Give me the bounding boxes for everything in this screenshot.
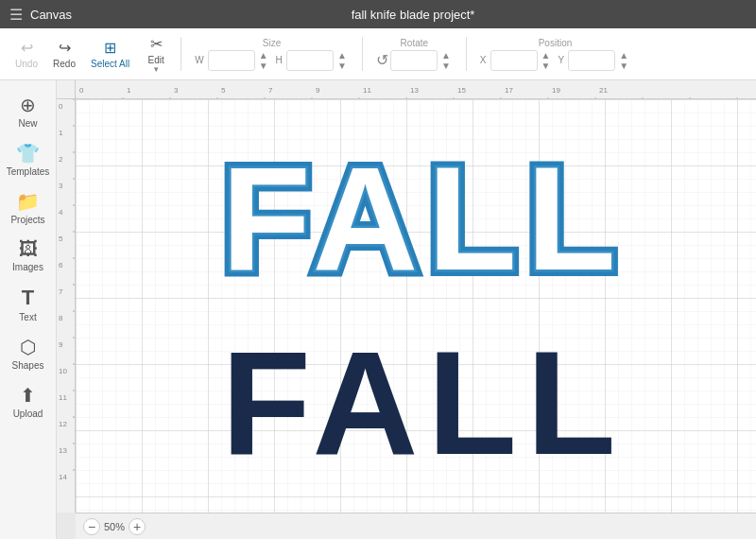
toolbar: ↩ Undo ↪ Redo ⊞ Select All ✂ Edit ▼ Size… [0,28,756,80]
rotate-icon: ↺ [376,51,388,69]
y-label: Y [558,55,565,65]
sidebar: ⊕ New 👕 Templates 📁 Projects 🖼 Images T … [0,80,57,539]
images-icon: 🖼 [19,238,38,260]
zoom-level: 50% [104,521,125,532]
projects-icon: 📁 [16,190,40,213]
canvas-area[interactable]: 0 1 3 5 7 9 11 13 15 17 19 21 [57,80,756,539]
shapes-icon: ⬡ [20,336,36,358]
select-all-icon: ⊞ [104,39,116,57]
svg-text:10: 10 [59,367,67,375]
rotate-group: Rotate ↺ ▲▼ [370,38,458,71]
svg-text:13: 13 [410,86,419,95]
svg-text:FALL: FALL [221,137,625,288]
fall-solid-svg: FALL [102,307,745,473]
svg-text:12: 12 [59,420,67,428]
height-input[interactable] [286,50,334,71]
zoom-bar: − 50% + [76,513,756,539]
redo-icon: ↪ [59,39,71,57]
svg-text:5: 5 [59,235,63,243]
canvas-label: Canvas [30,8,72,22]
fall-bottom-text[interactable]: FALL [85,303,756,478]
sidebar-item-templates[interactable]: 👕 Templates [4,136,53,183]
x-input[interactable] [490,50,538,71]
rotate-input[interactable] [390,50,438,71]
width-spinner[interactable]: ▲▼ [257,50,270,71]
sidebar-item-new[interactable]: ⊕ New [4,88,53,134]
svg-text:11: 11 [59,393,67,402]
height-spinner[interactable]: ▲▼ [335,50,349,71]
topbar: ☰ Canvas fall knife blade project* [0,0,756,28]
ruler-corner [57,80,76,99]
y-input[interactable] [568,50,615,71]
svg-text:0: 0 [79,86,84,95]
width-input[interactable] [208,50,255,71]
y-spinner[interactable]: ▲▼ [617,50,630,71]
workspace[interactable]: FALL FALL FALL [76,99,756,513]
hamburger-icon[interactable]: ☰ [9,6,23,24]
ruler-top: 0 1 3 5 7 9 11 13 15 17 19 21 [76,80,756,99]
fall-outlined-svg: FALL FALL [102,123,745,288]
edit-icon: ✂ [150,35,163,53]
size-group: Size W ▲▼ H ▲▼ [189,38,354,71]
ruler-left: 0 1 2 3 4 5 6 7 8 9 10 11 12 13 14 [57,99,76,513]
svg-text:7: 7 [59,287,63,296]
project-title: fall knife blade project* [79,8,747,22]
sidebar-item-text[interactable]: T Text [4,280,53,328]
svg-text:14: 14 [59,473,67,481]
zoom-in-button[interactable]: + [129,518,146,535]
divider-3 [466,37,467,71]
svg-text:17: 17 [505,86,513,95]
svg-text:3: 3 [59,182,63,190]
svg-text:3: 3 [174,86,179,95]
svg-text:8: 8 [59,314,63,322]
text-icon: T [22,286,34,310]
svg-text:1: 1 [59,129,63,137]
main-area: ⊕ New 👕 Templates 📁 Projects 🖼 Images T … [0,80,756,539]
svg-text:FALL: FALL [221,322,625,473]
undo-icon: ↩ [21,39,33,57]
divider-2 [362,37,363,71]
x-spinner[interactable]: ▲▼ [540,50,553,71]
svg-text:21: 21 [599,86,608,95]
svg-text:15: 15 [457,86,466,95]
h-label: H [276,55,283,65]
sidebar-item-images[interactable]: 🖼 Images [4,233,53,278]
position-group: Position X ▲▼ Y ▲▼ [474,38,636,71]
svg-text:4: 4 [59,208,63,217]
svg-text:0: 0 [59,102,63,111]
sidebar-item-projects[interactable]: 📁 Projects [4,184,53,231]
svg-text:11: 11 [363,86,371,95]
templates-icon: 👕 [16,142,40,165]
sidebar-item-upload[interactable]: ⬆ Upload [4,378,53,425]
svg-text:5: 5 [221,86,226,95]
svg-text:1: 1 [127,86,131,95]
undo-button[interactable]: ↩ Undo [9,35,43,73]
svg-text:2: 2 [59,155,63,164]
svg-text:9: 9 [59,340,63,349]
edit-button[interactable]: ✂ Edit ▼ [139,31,173,78]
select-all-button[interactable]: ⊞ Select All [85,35,135,73]
redo-button[interactable]: ↪ Redo [47,35,81,73]
zoom-out-button[interactable]: − [83,518,100,535]
w-label: W [195,55,203,65]
x-label: X [480,55,487,65]
svg-text:19: 19 [552,86,560,95]
divider-1 [180,37,181,71]
sidebar-item-shapes[interactable]: ⬡ Shapes [4,330,53,376]
new-icon: ⊕ [20,94,36,116]
svg-text:6: 6 [59,261,63,270]
rotate-spinner[interactable]: ▲▼ [439,50,453,71]
svg-text:9: 9 [316,86,320,95]
fall-top-text[interactable]: FALL FALL [85,118,756,293]
svg-text:13: 13 [59,446,67,455]
svg-text:7: 7 [268,86,273,95]
upload-icon: ⬆ [20,384,36,407]
